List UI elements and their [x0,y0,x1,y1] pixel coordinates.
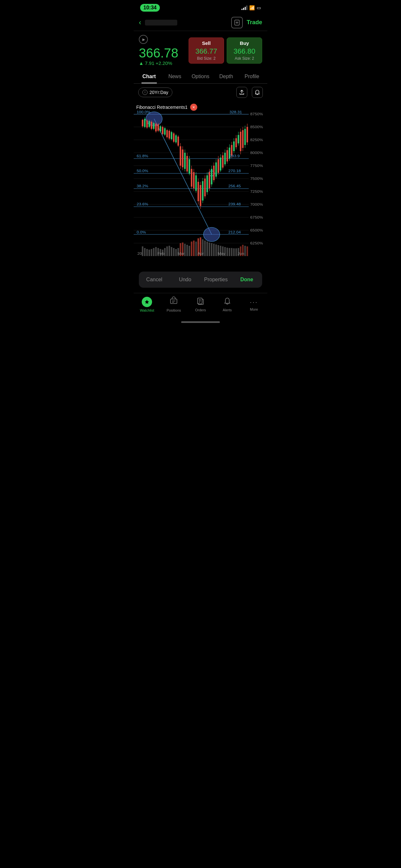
svg-text:May: May [218,252,225,256]
sell-box[interactable]: Sell 366.77 Bid Size: 2 [189,37,224,64]
svg-rect-123 [149,250,150,256]
svg-rect-152 [213,244,215,256]
svg-rect-122 [146,249,148,256]
svg-text:256.45: 256.45 [228,184,241,188]
alerts-icon [223,297,232,307]
svg-rect-159 [228,248,230,256]
svg-text:8250%: 8250% [250,138,263,142]
ask-size: Ask Size: 2 [231,56,258,61]
wifi-icon: 📶 [249,5,255,10]
timeframe-button[interactable]: T 20Yr:Day [138,88,173,97]
bid-price: 366.77 [193,47,220,56]
fibonacci-title: Fibonacci Retracements1 [136,104,188,110]
tab-profile[interactable]: Profile [239,70,265,83]
svg-text:7000%: 7000% [250,203,263,207]
svg-text:0.0%: 0.0% [136,230,146,235]
svg-rect-167 [247,246,248,256]
svg-text:8000%: 8000% [250,151,263,155]
status-bar: 10:34 📶 ▭ [134,0,267,14]
cancel-button[interactable]: Cancel [139,275,170,284]
more-icon: ··· [250,298,258,306]
tab-bar: Chart News Options Depth Profile [134,70,267,84]
share-button[interactable] [236,87,247,98]
watchlist-icon [142,297,152,307]
timeframe-label: 20Yr:Day [150,90,168,95]
toolbar-container: Cancel Undo Properties Done [134,269,267,290]
svg-rect-148 [204,241,206,256]
change-amount: 7.91 [145,60,154,66]
svg-text:270.18: 270.18 [228,169,241,173]
orders-icon [196,297,205,307]
properties-button[interactable]: Properties [201,275,232,284]
svg-text:50.0%: 50.0% [136,169,148,173]
undo-button[interactable]: Undo [170,275,201,284]
bid-size: Bid Size: 2 [193,56,220,61]
svg-rect-142 [191,242,192,256]
home-indicator [134,319,267,325]
svg-rect-158 [227,248,228,256]
svg-rect-150 [209,243,210,256]
svg-rect-151 [211,243,212,256]
svg-text:6250%: 6250% [250,241,263,245]
chart-actions [236,87,263,98]
nav-more[interactable]: ··· More [241,298,267,311]
svg-text:283.9: 283.9 [229,154,240,158]
bottom-nav: Watchlist Positions Orders [134,293,267,319]
svg-rect-121 [144,248,146,256]
nav-alerts[interactable]: Alerts [214,297,241,312]
svg-rect-125 [153,248,155,256]
svg-rect-197 [171,299,177,304]
svg-text:61.8%: 61.8% [136,154,148,158]
buy-box[interactable]: Buy 366.80 Ask Size: 2 [227,37,262,64]
svg-rect-134 [173,248,175,256]
bid-ask-container: Sell 366.77 Bid Size: 2 Buy 366.80 Ask S… [189,37,262,64]
positions-label: Positions [166,308,181,312]
back-button[interactable]: ‹ [139,19,141,27]
alerts-label: Alerts [223,308,232,312]
tab-chart[interactable]: Chart [136,70,162,83]
nav-positions[interactable]: Positions [160,297,187,312]
svg-rect-132 [168,246,170,256]
add-button[interactable] [231,17,243,28]
svg-text:6750%: 6750% [250,215,263,220]
nav-orders[interactable]: Orders [187,297,214,312]
ticker-name [145,20,177,26]
tab-news[interactable]: News [162,70,188,83]
svg-text:8750%: 8750% [250,112,263,116]
svg-rect-149 [206,242,208,256]
chart-svg[interactable]: 8750% 8500% 8250% 8000% 7750% 7500% 7250… [134,101,267,269]
svg-text:7250%: 7250% [250,190,263,194]
svg-text:Apr: Apr [197,252,204,256]
svg-rect-140 [186,245,188,256]
chart-area[interactable]: Fibonacci Retracements1 × [134,101,267,269]
sell-label: Sell [193,40,220,46]
done-button[interactable]: Done [232,275,263,284]
svg-text:23.6%: 23.6% [136,202,148,206]
nav-watchlist[interactable]: Watchlist [134,297,160,312]
home-bar [181,321,220,323]
play-button[interactable]: ▶ [139,35,148,44]
price-change: ▲ 7.91 +2.20% [139,60,185,66]
svg-text:Feb: Feb [158,252,165,256]
svg-text:20: 20 [137,252,142,256]
change-pct: +2.20% [156,60,172,66]
positions-icon [169,297,178,307]
svg-text:239.48: 239.48 [228,202,241,206]
signal-icon [242,5,247,10]
price-section: ▶ 366.78 ▲ 7.91 +2.20% Sell 366.77 Bid S… [134,31,267,70]
change-arrow: ▲ [139,60,144,66]
svg-rect-153 [215,244,217,256]
tab-depth[interactable]: Depth [213,70,239,83]
svg-text:7750%: 7750% [250,164,263,168]
fibonacci-close-button[interactable]: × [190,104,197,111]
alert-button[interactable] [252,87,263,98]
trade-button[interactable]: Trade [247,19,262,26]
svg-rect-144 [195,242,197,256]
battery-icon: ▭ [257,5,261,10]
svg-text:38.2%: 38.2% [136,184,148,188]
more-label: More [250,307,258,311]
header: ‹ Trade [134,14,267,31]
tab-options[interactable]: Options [188,70,213,83]
svg-text:7500%: 7500% [250,177,263,181]
svg-rect-124 [151,249,152,256]
